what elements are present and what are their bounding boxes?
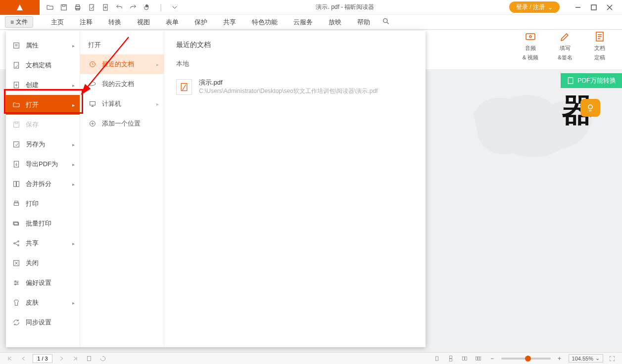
zoom-display[interactable]: 104.55%⌄ <box>569 354 603 363</box>
tips-bulb-button[interactable] <box>580 99 600 117</box>
search-icon[interactable] <box>382 17 390 27</box>
recent-file-name: 演示.pdf <box>199 78 378 87</box>
sb-bookmark-icon[interactable] <box>84 354 94 364</box>
redo-icon[interactable] <box>127 1 140 14</box>
sb-facing2-icon[interactable] <box>474 354 483 364</box>
file-tab[interactable]: ≡文件 <box>5 16 33 28</box>
doc2-icon[interactable] <box>99 1 112 14</box>
svg-rect-33 <box>14 203 18 205</box>
sb-first-page[interactable] <box>5 354 15 364</box>
tab-view[interactable]: 视图 <box>129 15 158 30</box>
tab-features[interactable]: 特色功能 <box>244 15 286 30</box>
svg-rect-28 <box>15 122 17 124</box>
group-finalize[interactable]: 文档定稿 <box>587 31 612 61</box>
fm-merge-split[interactable]: 合并拆分 <box>6 174 80 194</box>
tab-share[interactable]: 共享 <box>215 15 244 30</box>
svg-rect-62 <box>449 356 452 358</box>
svg-line-40 <box>15 242 17 243</box>
sb-facing-icon[interactable] <box>460 354 470 364</box>
fm2-add-place[interactable]: 添加一个位置 <box>80 114 164 134</box>
clock-icon <box>88 60 97 69</box>
ribbon-groups: 音频& 视频 填写&签名 文档定稿 <box>518 31 612 61</box>
file-menu-col2: 打开 最近的文档 我的云文档 计算机 添加一个位置 <box>80 31 164 347</box>
fm2-computer[interactable]: 计算机 <box>80 94 164 114</box>
fm-close[interactable]: 关闭 <box>6 253 80 273</box>
undo-icon[interactable] <box>113 1 126 14</box>
tab-annotate[interactable]: 注释 <box>72 15 100 30</box>
fm-sync[interactable]: 同步设置 <box>6 313 80 332</box>
window-title: 演示. pdf - 福昕阅读器 <box>181 3 509 11</box>
hand-icon[interactable] <box>141 1 153 14</box>
minimize-icon[interactable] <box>574 4 581 11</box>
svg-rect-31 <box>14 182 16 187</box>
tab-play[interactable]: 放映 <box>321 15 349 30</box>
svg-rect-0 <box>61 4 67 10</box>
page-input[interactable] <box>33 354 52 363</box>
tab-protect[interactable]: 保护 <box>187 15 215 30</box>
tab-help[interactable]: 帮助 <box>349 15 378 30</box>
pdf-file-icon <box>176 79 192 95</box>
group-audio-video[interactable]: 音频& 视频 <box>518 31 543 61</box>
maximize-icon[interactable] <box>590 4 597 11</box>
print-icon[interactable] <box>71 1 84 14</box>
merge-icon <box>12 180 21 188</box>
svg-rect-20 <box>14 43 19 48</box>
fm2-recent[interactable]: 最近的文档 <box>80 54 164 74</box>
tab-form[interactable]: 表单 <box>158 15 187 30</box>
fm-skin[interactable]: 皮肤 <box>6 293 80 313</box>
preferences-icon <box>12 278 21 287</box>
fm-share[interactable]: 共享 <box>6 233 80 253</box>
fm-save-as[interactable]: 另存为 <box>6 135 80 154</box>
svg-rect-63 <box>449 359 452 361</box>
fm2-cloud[interactable]: 我的云文档 <box>80 74 164 94</box>
open-icon[interactable] <box>44 1 56 14</box>
open-folder-icon <box>12 100 21 109</box>
svg-rect-68 <box>479 357 480 360</box>
sb-last-page[interactable] <box>70 354 80 364</box>
status-bar: − + 104.55%⌄ <box>0 352 622 364</box>
quick-access-toolbar: | <box>40 1 181 14</box>
zoom-slider[interactable] <box>501 358 551 360</box>
title-bar: | 演示. pdf - 福昕阅读器 登录 / 注册⌄ <box>0 0 622 15</box>
sb-prev-page[interactable] <box>19 354 29 364</box>
fm-create[interactable]: 创建 <box>6 75 80 95</box>
fm-save: 保存 <box>6 115 80 135</box>
skin-icon <box>12 298 21 307</box>
sb-rotate-icon[interactable] <box>98 354 108 364</box>
sb-single-icon[interactable] <box>432 354 442 364</box>
svg-rect-65 <box>465 357 467 360</box>
sb-continuous-icon[interactable] <box>446 354 456 364</box>
group-fill-sign[interactable]: 填写&签名 <box>553 31 577 61</box>
sb-zoom-out[interactable]: − <box>487 354 497 364</box>
pdf-icon <box>567 77 574 85</box>
tab-convert[interactable]: 转换 <box>100 15 129 30</box>
save-as-icon <box>12 140 21 149</box>
fm-export[interactable]: 导出PDF为 <box>6 154 80 174</box>
svg-rect-61 <box>435 356 438 360</box>
login-button[interactable]: 登录 / 注册⌄ <box>509 1 560 13</box>
fm-preferences[interactable]: 偏好设置 <box>6 273 80 293</box>
svg-rect-27 <box>14 122 19 128</box>
recent-file-item[interactable]: 演示.pdf C:\Users\Administrator\Desktop\se… <box>176 75 414 98</box>
svg-rect-16 <box>568 78 573 84</box>
tab-cloud[interactable]: 云服务 <box>286 15 321 30</box>
fm-properties[interactable]: 属性 <box>6 36 80 55</box>
save-icon[interactable] <box>57 1 70 14</box>
tab-home[interactable]: 主页 <box>43 15 72 30</box>
fm-finalize[interactable]: 文档定稿 <box>6 55 80 75</box>
chevron-down-icon: ⌄ <box>595 355 600 362</box>
zoom-thumb[interactable] <box>525 356 531 362</box>
fm-batch-print[interactable]: 批量打印 <box>6 214 80 233</box>
sb-zoom-in[interactable]: + <box>555 354 565 364</box>
sb-next-page[interactable] <box>56 354 66 364</box>
export-icon <box>12 160 21 169</box>
fm-print[interactable]: 打印 <box>6 194 80 214</box>
fm-open[interactable]: 打开 <box>6 95 80 115</box>
sb-fullscreen-icon[interactable] <box>607 354 617 364</box>
doc1-icon[interactable] <box>85 1 98 14</box>
close-icon[interactable] <box>606 4 613 11</box>
svg-line-12 <box>387 22 388 24</box>
more-icon[interactable] <box>168 1 181 14</box>
pdf-convert-button[interactable]: PDF万能转换 <box>561 73 622 88</box>
svg-point-14 <box>529 36 531 38</box>
